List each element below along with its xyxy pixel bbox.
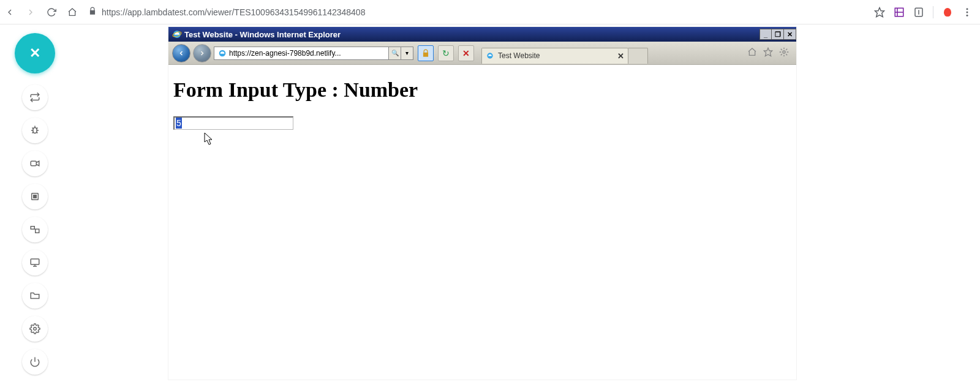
close-session-button[interactable]: ✕ (15, 33, 55, 73)
ie-address-bar[interactable]: https://zen-agnesi-798b9d.netlify... (214, 47, 389, 60)
chrome-url-text: https://app.lambdatest.com/viewer/TES100… (102, 7, 365, 17)
ie-new-tab-button[interactable] (628, 48, 648, 64)
number-input-value: 5 (176, 118, 182, 129)
home-icon[interactable] (67, 7, 77, 17)
bookmark-star-icon[interactable] (874, 7, 885, 18)
ie-tab-strip: Test Website ✕ (481, 43, 648, 64)
chrome-nav-group (5, 7, 77, 17)
back-icon[interactable] (5, 7, 15, 17)
power-button[interactable] (22, 349, 48, 375)
ie-favicon-icon (217, 48, 227, 58)
ie-logo-icon (172, 29, 182, 39)
svg-marker-0 (875, 7, 884, 17)
ie-tab-favicon-icon (486, 51, 494, 60)
svg-point-19 (783, 51, 785, 53)
ie-back-button[interactable] (172, 44, 190, 62)
chrome-toolbar: https://app.lambdatest.com/viewer/TES100… (0, 0, 980, 24)
ie-titlebar[interactable]: Test Website - Windows Internet Explorer… (168, 27, 796, 42)
ie-window: Test Website - Windows Internet Explorer… (168, 27, 796, 380)
ie-right-icons (747, 47, 793, 59)
ie-window-title: Test Website - Windows Internet Explorer (184, 30, 341, 39)
switch-button[interactable] (22, 84, 48, 110)
gallery-button[interactable] (22, 184, 48, 209)
ie-page-content: Form Input Type : Number 5 (168, 65, 796, 380)
svg-point-5 (967, 14, 968, 16)
ie-tab-close-button[interactable]: ✕ (617, 51, 624, 61)
ie-refresh-button[interactable]: ↻ (438, 45, 454, 61)
svg-point-13 (34, 328, 37, 331)
chrome-menu-icon[interactable] (962, 7, 973, 18)
close-window-button[interactable]: ✕ (784, 29, 796, 40)
ie-tab-title: Test Website (498, 51, 540, 60)
ie-tab-active[interactable]: Test Website ✕ (481, 48, 628, 64)
extension-bulb-icon[interactable] (942, 7, 953, 18)
viewer-canvas: ✕ Test Website - Windows Internet Explor… (0, 24, 980, 382)
resolution-button[interactable] (22, 217, 48, 242)
svg-marker-18 (764, 48, 772, 56)
reload-icon[interactable] (47, 7, 56, 17)
extension-notes-icon[interactable] (894, 7, 905, 18)
ie-window-controls: _ ❐ ✕ (760, 29, 796, 40)
ie-search-button[interactable]: 🔍 (389, 47, 401, 60)
viewer-sidebar: ✕ (15, 33, 55, 375)
ie-toolbar: https://zen-agnesi-798b9d.netlify... 🔍 ▾… (168, 42, 796, 65)
ie-tools-icon[interactable] (779, 47, 789, 59)
page-heading: Form Input Type : Number (173, 78, 791, 102)
separator (933, 6, 933, 18)
ie-address-wrap: https://zen-agnesi-798b9d.netlify... 🔍 ▾ (214, 46, 413, 61)
svg-rect-9 (33, 195, 37, 198)
bug-button[interactable] (22, 118, 48, 143)
chrome-address-bar[interactable]: https://app.lambdatest.com/viewer/TES100… (88, 7, 365, 17)
files-button[interactable] (22, 283, 48, 309)
ie-forward-button[interactable] (193, 44, 211, 62)
display-button[interactable] (22, 250, 48, 275)
ie-security-lock-icon[interactable] (418, 45, 434, 61)
lock-icon (88, 7, 97, 17)
forward-icon[interactable] (26, 7, 36, 17)
number-input[interactable]: 5 (173, 116, 293, 130)
ie-home-icon[interactable] (747, 47, 757, 59)
minimize-button[interactable]: _ (760, 29, 772, 40)
ie-url-text: https://zen-agnesi-798b9d.netlify... (229, 49, 387, 58)
svg-rect-11 (36, 229, 39, 233)
video-button[interactable] (22, 151, 48, 176)
extension-shield-icon[interactable] (913, 7, 924, 18)
cursor-pointer-icon (204, 132, 215, 146)
chrome-actions (874, 6, 975, 18)
maximize-button[interactable]: ❐ (772, 29, 784, 40)
settings-button[interactable] (22, 316, 48, 342)
svg-rect-10 (31, 227, 34, 230)
svg-point-3 (967, 8, 968, 10)
svg-point-4 (967, 11, 968, 13)
ie-stop-button[interactable]: ✕ (458, 45, 474, 61)
svg-rect-12 (31, 259, 39, 264)
close-x-glyph: ✕ (29, 45, 40, 61)
ie-favorites-icon[interactable] (763, 47, 773, 59)
ie-url-dropdown[interactable]: ▾ (401, 47, 413, 60)
svg-rect-7 (31, 161, 36, 166)
